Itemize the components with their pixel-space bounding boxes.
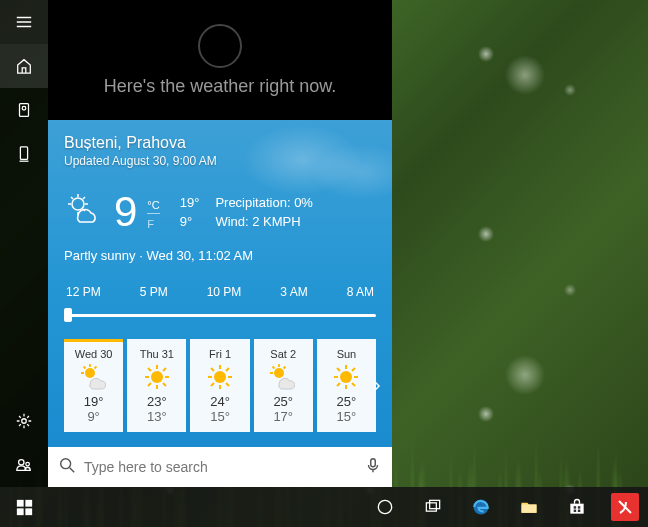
svg-rect-8 <box>371 459 376 467</box>
partly-sunny-icon <box>64 190 104 234</box>
day-low: 17° <box>256 409 311 424</box>
weather-updated: Updated August 30, 9:00 AM <box>64 154 376 168</box>
notebook-button[interactable] <box>0 88 48 132</box>
today-high: 19° <box>180 195 200 210</box>
svg-point-4 <box>19 460 24 465</box>
store-app[interactable] <box>554 487 600 527</box>
day-name: Wed 30 <box>66 348 121 360</box>
svg-point-3 <box>22 419 27 424</box>
weather-card[interactable]: Bușteni, Prahova Updated August 30, 9:00… <box>48 120 392 447</box>
microphone-icon[interactable] <box>364 456 382 478</box>
feedback-button[interactable] <box>0 443 48 487</box>
svg-rect-15 <box>430 500 440 508</box>
svg-rect-21 <box>574 510 577 513</box>
svg-rect-22 <box>578 510 581 513</box>
day-name: Sat 2 <box>256 348 311 360</box>
svg-rect-12 <box>25 508 32 515</box>
day-low: 15° <box>319 409 374 424</box>
slider-thumb[interactable] <box>64 308 72 322</box>
precipitation: Precipitation: 0% <box>215 195 313 210</box>
menu-button[interactable] <box>0 0 48 44</box>
pinned-app-red[interactable] <box>602 487 648 527</box>
day-high: 23° <box>129 394 184 409</box>
task-view-button[interactable] <box>410 487 456 527</box>
file-explorer-app[interactable] <box>506 487 552 527</box>
forecast-day[interactable]: Thu 31 23° 13° <box>127 339 186 432</box>
day-high: 24° <box>192 394 247 409</box>
sunny-icon <box>142 362 172 392</box>
devices-button[interactable] <box>0 132 48 176</box>
svg-point-13 <box>378 500 391 513</box>
day-name: Sun <box>319 348 374 360</box>
partly-icon <box>79 362 109 392</box>
forecast-day[interactable]: Wed 30 19° 9° <box>64 339 123 432</box>
forecast-day[interactable]: Sat 2 25° 17° <box>254 339 313 432</box>
taskbar-search-area[interactable] <box>48 487 356 527</box>
condition-line: Partly sunny · Wed 30, 11:02 AM <box>64 248 376 263</box>
current-conditions: 9 °C F 19° 9° Precipitation: 0% Wind: 2 … <box>64 190 376 234</box>
svg-rect-2 <box>20 147 27 160</box>
day-low: 13° <box>129 409 184 424</box>
search-input[interactable] <box>84 459 356 475</box>
hour-label: 8 AM <box>347 285 374 299</box>
svg-point-5 <box>26 462 30 466</box>
hour-label: 10 PM <box>207 285 242 299</box>
svg-point-1 <box>22 106 26 110</box>
cortana-header: Here's the weather right now. <box>48 0 392 120</box>
windows-icon <box>16 499 33 516</box>
settings-button[interactable] <box>0 399 48 443</box>
svg-rect-19 <box>574 506 577 509</box>
partly-icon <box>268 362 298 392</box>
day-high: 19° <box>66 394 121 409</box>
svg-rect-18 <box>570 504 583 514</box>
svg-rect-17 <box>522 505 537 513</box>
svg-rect-20 <box>578 506 581 509</box>
hourly-slider[interactable]: 12 PM5 PM10 PM3 AM8 AM <box>64 285 376 325</box>
sunny-icon <box>331 362 361 392</box>
svg-point-7 <box>61 459 71 469</box>
hour-label: 3 AM <box>280 285 307 299</box>
hour-label: 12 PM <box>66 285 101 299</box>
day-low: 9° <box>66 409 121 424</box>
cortana-message: Here's the weather right now. <box>104 76 337 97</box>
svg-rect-14 <box>426 503 436 511</box>
svg-point-6 <box>72 198 84 210</box>
current-temp: 9 <box>114 191 137 233</box>
daily-forecast: Wed 30 19° 9°Thu 31 23° 13°Fri 1 24° 15°… <box>64 339 376 432</box>
wind: Wind: 2 KMPH <box>215 214 313 229</box>
taskbar <box>0 487 648 527</box>
sunny-icon <box>205 362 235 392</box>
svg-rect-11 <box>16 508 23 515</box>
day-name: Fri 1 <box>192 348 247 360</box>
home-button[interactable] <box>0 44 48 88</box>
today-low: 9° <box>180 214 200 229</box>
cortana-ring-icon <box>198 24 242 68</box>
slider-track <box>64 314 376 317</box>
day-high: 25° <box>256 394 311 409</box>
cortana-left-rail <box>0 0 48 487</box>
day-name: Thu 31 <box>129 348 184 360</box>
svg-rect-10 <box>25 499 32 506</box>
edge-app[interactable] <box>458 487 504 527</box>
start-button[interactable] <box>0 487 48 527</box>
forecast-day[interactable]: Fri 1 24° 15° <box>190 339 249 432</box>
hour-label: 5 PM <box>140 285 168 299</box>
cortana-circle-button[interactable] <box>362 487 408 527</box>
svg-rect-9 <box>16 499 23 506</box>
unit-toggle[interactable]: °C F <box>147 199 159 230</box>
cortana-panel: Here's the weather right now. Bușteni, P… <box>48 0 392 487</box>
day-low: 15° <box>192 409 247 424</box>
search-icon <box>58 456 76 478</box>
forecast-next-button[interactable] <box>366 375 388 397</box>
weather-location: Bușteni, Prahova <box>64 134 376 152</box>
cortana-search-bar[interactable] <box>48 447 392 487</box>
